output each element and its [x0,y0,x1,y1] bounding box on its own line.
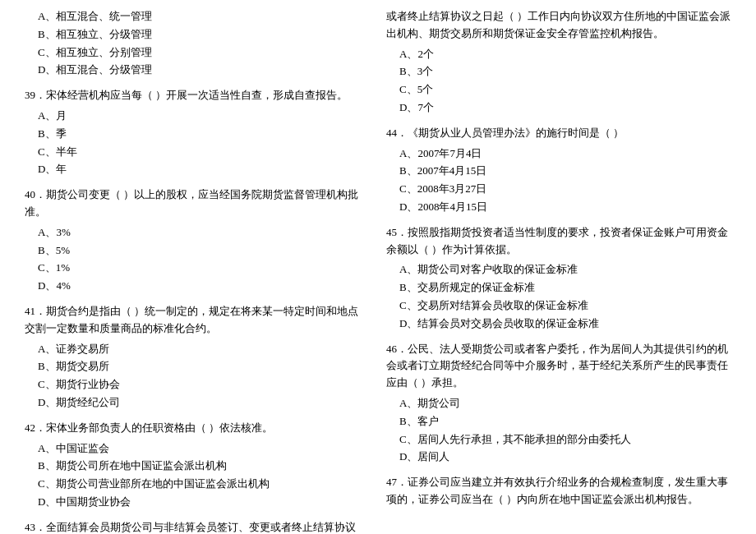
q41-option-c: C、期货行业协会 [25,376,362,394]
q45-option-a: A、期货公司对客户收取的保证金标准 [386,261,731,279]
q46-block: 46．公民、法人受期货公司或者客户委托，作为居间人为其提供引约的机会或者订立期货… [386,341,731,467]
q42-option-a: A、中国证监会 [25,440,362,458]
q45-option-b: B、交易所规定的保证金标准 [386,279,731,297]
q43-option-a: A、2个 [386,46,731,63]
q42-option-c: C、期货公司营业部所在地的中国证监会派出机构 [25,476,362,493]
column-left: A、相互混合、统一管理 B、相互独立、分级管理 C、相互独立、分别管理 D、相互… [25,8,378,534]
q42-text: 42．宋体业务部负责人的任职资格由（ ）依法核准。 [25,420,362,437]
q42-option-b: B、期货公司所在地中国证监会派出机构 [25,458,362,475]
q41-option-d: D、期货经纪公司 [25,394,362,412]
q44-option-a: A、2007年7月4日 [386,145,731,163]
q40-block: 40．期货公司变更（ ）以上的股权，应当经国务院期货监督管理机构批准。 A、3%… [25,186,362,295]
q45-text: 45．按照股指期货投资者适当性制度的要求，投资者保证金账户可用资金余额以（ ）作… [386,224,731,259]
q39-text: 39．宋体经营机构应当每（ ）开展一次适当性自查，形成自查报告。 [25,87,362,104]
q44-option-d: D、2008年4月15日 [386,199,731,216]
q39-block: 39．宋体经营机构应当每（ ）开展一次适当性自查，形成自查报告。 A、月 B、季… [25,87,362,178]
q42-option-d: D、中国期货业协会 [25,494,362,511]
page-content: A、相互混合、统一管理 B、相互独立、分级管理 C、相互独立、分别管理 D、相互… [25,8,731,534]
q40-option-d: D、4% [25,278,362,295]
q44-block: 44．《期货从业人员管理办法》的施行时间是（ ） A、2007年7月4日 B、2… [386,125,731,216]
q39-option-c: C、半年 [25,144,362,161]
q38-option-b: B、相互独立、分级管理 [25,26,362,44]
q41-block: 41．期货合约是指由（ ）统一制定的，规定在将来某一特定时间和地点交割一定数量和… [25,303,362,412]
q46-option-d: D、居间人 [386,449,731,466]
q45-option-d: D、结算会员对交易会员收取的保证金标准 [386,315,731,333]
q41-text: 41．期货合约是指由（ ）统一制定的，规定在将来某一特定时间和地点交割一定数量和… [25,303,362,338]
q38-option-a: A、相互混合、统一管理 [25,8,362,25]
q47-text: 47．证券公司应当建立并有效执行介绍业务的合规检查制度，发生重大事项的，证券公司… [386,474,731,509]
q40-text: 40．期货公司变更（ ）以上的股权，应当经国务院期货监督管理机构批准。 [25,186,362,221]
q46-text: 46．公民、法人受期货公司或者客户委托，作为居间人为其提供引约的机会或者订立期货… [386,341,731,392]
q44-option-c: C、2008年3月27日 [386,181,731,198]
q38-options-block: A、相互混合、统一管理 B、相互独立、分级管理 C、相互独立、分别管理 D、相互… [25,8,362,79]
q45-option-c: C、交易所对结算会员收取的保证金标准 [386,297,731,315]
q41-option-a: A、证券交易所 [25,341,362,358]
q39-option-a: A、月 [25,108,362,125]
q41-option-b: B、期货交易所 [25,358,362,375]
q45-block: 45．按照股指期货投资者适当性制度的要求，投资者保证金账户可用资金余额以（ ）作… [386,224,731,333]
q39-option-b: B、季 [25,126,362,143]
q43-option-c: C、5个 [386,81,731,99]
q44-option-b: B、2007年4月15日 [386,163,731,180]
q43-option-b: B、3个 [386,63,731,81]
q40-option-c: C、1% [25,260,362,277]
q38-option-c: C、相互独立、分别管理 [25,44,362,62]
q46-option-c: C、居间人先行承担，其不能承担的部分由委托人 [386,431,731,449]
q43-cont-text: 或者终止结算协议之日起（ ）工作日内向协议双方住所地的中国证监会派出机构、期货交… [386,8,731,43]
q43-block: 43．全面结算会员期货公司与非结算会员签订、变更或者终止结算协议的，应当在签订、… [25,519,362,534]
q43-option-d: D、7个 [386,99,731,117]
q43-cont-block: 或者终止结算协议之日起（ ）工作日内向协议双方住所地的中国证监会派出机构、期货交… [386,8,731,117]
q46-option-a: A、期货公司 [386,395,731,412]
q47-block: 47．证券公司应当建立并有效执行介绍业务的合规检查制度，发生重大事项的，证券公司… [386,474,731,509]
q42-block: 42．宋体业务部负责人的任职资格由（ ）依法核准。 A、中国证监会 B、期货公司… [25,420,362,511]
q40-option-b: B、5% [25,242,362,260]
q39-option-d: D、年 [25,161,362,178]
q40-option-a: A、3% [25,224,362,242]
column-right: 或者终止结算协议之日起（ ）工作日内向协议双方住所地的中国证监会派出机构、期货交… [378,8,731,534]
q38-option-d: D、相互混合、分级管理 [25,62,362,79]
q46-option-b: B、客户 [386,413,731,430]
q43-text: 43．全面结算会员期货公司与非结算会员签订、变更或者终止结算协议的，应当在签订、… [25,519,362,534]
q44-text: 44．《期货从业人员管理办法》的施行时间是（ ） [386,125,731,142]
